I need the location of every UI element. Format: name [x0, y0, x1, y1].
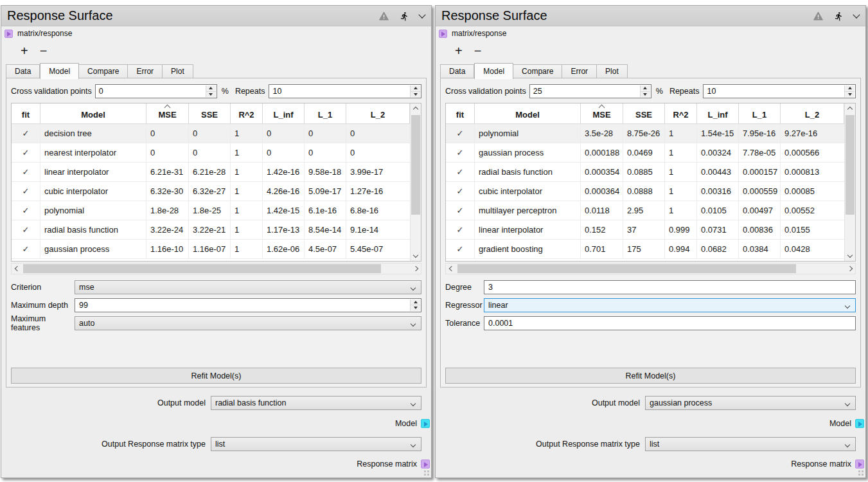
horizontal-scrollbar[interactable] [445, 263, 856, 274]
spinner-buttons[interactable] [410, 299, 420, 311]
tab-compare[interactable]: Compare [79, 64, 128, 78]
scroll-right-icon[interactable] [844, 263, 855, 274]
horizontal-scrollbar-thumb[interactable] [457, 264, 796, 273]
spinner-buttons[interactable] [410, 85, 420, 97]
fit-checkmark[interactable]: ✓ [12, 201, 40, 220]
param-input-degree[interactable]: 3 [484, 280, 856, 294]
table-row[interactable]: ✓cubic interpolator0.0003640.088810.0031… [446, 182, 844, 201]
param-dropdown-regressor[interactable]: linear [484, 298, 856, 312]
column-header-fit[interactable]: fit [12, 103, 40, 123]
scroll-right-icon[interactable] [410, 263, 421, 274]
fit-checkmark[interactable]: ✓ [12, 163, 40, 181]
tab-plot[interactable]: Plot [163, 64, 193, 78]
column-header-Model[interactable]: Model [475, 103, 581, 123]
param-input-tolerance[interactable]: 0.0001 [484, 316, 856, 330]
fit-checkmark[interactable]: ✓ [446, 240, 475, 258]
column-header-fit[interactable]: fit [446, 103, 475, 123]
table-row[interactable]: ✓gaussian process0.0001880.046910.003247… [446, 143, 844, 163]
fit-checkmark[interactable]: ✓ [446, 182, 475, 201]
table-row[interactable]: ✓gaussian process1.16e-101.16e-0711.62e-… [12, 240, 410, 259]
scroll-up-icon[interactable] [845, 104, 855, 114]
column-header-SSE[interactable]: SSE [623, 103, 665, 123]
table-row[interactable]: ✓radial basis function0.0003540.088510.0… [446, 163, 844, 182]
tab-plot[interactable]: Plot [597, 64, 628, 78]
column-header-L_2[interactable]: L_2 [346, 103, 410, 123]
collapse-chevron-icon[interactable] [420, 15, 425, 17]
tab-compare[interactable]: Compare [513, 64, 562, 78]
param-dropdown-maximum-features[interactable]: auto [75, 316, 421, 330]
fit-checkmark[interactable]: ✓ [12, 240, 40, 258]
fit-checkmark[interactable]: ✓ [446, 124, 475, 143]
title-bar[interactable]: Response Surface [1, 6, 431, 26]
table-row[interactable]: ✓linear interpolator6.21e-316.21e-2811.4… [12, 163, 410, 182]
fit-checkmark[interactable]: ✓ [446, 220, 475, 239]
column-header-L_inf[interactable]: L_inf [697, 103, 739, 123]
add-button[interactable]: + [21, 42, 28, 59]
table-row[interactable]: ✓gradient boosting0.7011750.9940.06820.0… [446, 240, 844, 259]
column-header-R^2[interactable]: R^2 [231, 103, 263, 123]
vertical-scrollbar[interactable] [410, 103, 421, 261]
remove-button[interactable]: − [474, 42, 482, 59]
cross-validation-input[interactable]: 25 [529, 84, 651, 98]
output-model-dropdown[interactable]: gaussian process [645, 396, 856, 410]
fit-checkmark[interactable]: ✓ [12, 124, 40, 143]
vertical-scrollbar[interactable] [844, 103, 855, 261]
tab-data[interactable]: Data [440, 64, 474, 78]
vertical-scrollbar-thumb[interactable] [411, 115, 420, 215]
title-bar[interactable]: Response Surface [436, 6, 865, 26]
spinner-buttons[interactable] [206, 85, 216, 97]
fit-checkmark[interactable]: ✓ [446, 201, 475, 220]
resize-grip[interactable] [424, 470, 429, 476]
horizontal-scrollbar-thumb[interactable] [23, 264, 381, 273]
table-row[interactable]: ✓polynomial3.5e-288.75e-2611.54e-157.95e… [446, 124, 844, 143]
repeats-input[interactable]: 10 [269, 84, 421, 98]
fit-checkmark[interactable]: ✓ [12, 143, 40, 162]
fit-checkmark[interactable]: ✓ [446, 163, 475, 181]
vertical-scrollbar-thumb[interactable] [846, 115, 855, 215]
param-dropdown-criterion[interactable]: mse [75, 280, 421, 294]
add-button[interactable]: + [455, 42, 463, 59]
table-row[interactable]: ✓radial basis function3.22e-243.22e-2111… [12, 220, 410, 240]
tab-error[interactable]: Error [128, 64, 163, 78]
matrix-type-dropdown[interactable]: list [645, 437, 856, 451]
column-header-L_2[interactable]: L_2 [781, 103, 844, 123]
spinner-buttons[interactable] [640, 85, 650, 97]
column-header-L_inf[interactable]: L_inf [263, 103, 305, 123]
refit-models-button[interactable]: Refit Model(s) [11, 368, 421, 384]
spinner-buttons[interactable] [844, 85, 855, 97]
output-model-dropdown[interactable]: radial basis function [211, 396, 421, 410]
table-row[interactable]: ✓linear interpolator0.152370.9990.07310.… [446, 220, 844, 240]
horizontal-scrollbar[interactable] [11, 263, 421, 274]
matrix-type-dropdown[interactable]: list [211, 437, 421, 451]
tab-model[interactable]: Model [40, 63, 79, 79]
column-header-L_1[interactable]: L_1 [305, 103, 346, 123]
resize-grip[interactable] [858, 470, 864, 476]
column-header-SSE[interactable]: SSE [189, 103, 231, 123]
fit-checkmark[interactable]: ✓ [12, 182, 40, 201]
table-row[interactable]: ✓polynomial1.8e-281.8e-2511.42e-156.1e-1… [12, 201, 410, 220]
fit-checkmark[interactable]: ✓ [446, 143, 475, 162]
scroll-left-icon[interactable] [12, 263, 22, 274]
scroll-down-icon[interactable] [845, 250, 855, 260]
scroll-up-icon[interactable] [411, 104, 421, 114]
tab-data[interactable]: Data [6, 64, 40, 78]
table-row[interactable]: ✓cubic interpolator6.32e-306.32e-2714.26… [12, 182, 410, 201]
column-header-R^2[interactable]: R^2 [665, 103, 697, 123]
column-header-L_1[interactable]: L_1 [739, 103, 781, 123]
param-spinbox-maximum-depth[interactable]: 99 [75, 298, 421, 312]
tab-error[interactable]: Error [562, 64, 597, 78]
column-header-MSE[interactable]: MSE [146, 103, 189, 123]
table-row[interactable]: ✓nearest interpolator001000 [12, 143, 410, 163]
collapse-chevron-icon[interactable] [854, 15, 859, 17]
repeats-input[interactable]: 10 [703, 84, 856, 98]
tab-model[interactable]: Model [474, 63, 513, 79]
column-header-Model[interactable]: Model [40, 103, 146, 123]
remove-button[interactable]: − [40, 42, 48, 59]
refit-models-button[interactable]: Refit Model(s) [445, 368, 856, 384]
table-row[interactable]: ✓multilayer perceptron0.01182.9510.01050… [446, 201, 844, 220]
column-header-MSE[interactable]: MSE [581, 103, 623, 123]
cross-validation-input[interactable]: 0 [95, 84, 217, 98]
table-row[interactable]: ✓decision tree001000 [12, 124, 410, 143]
scroll-down-icon[interactable] [411, 250, 421, 260]
fit-checkmark[interactable]: ✓ [12, 220, 40, 239]
